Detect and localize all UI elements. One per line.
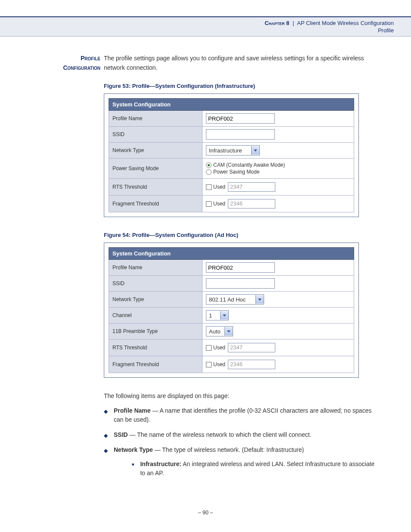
item-list: ◆ Profile Name — A name that identifies … bbox=[104, 406, 377, 478]
diamond-bullet-icon: ◆ bbox=[104, 432, 108, 439]
page-header: Chapter 8 | AP Client Mode Wireless Conf… bbox=[0, 16, 411, 37]
label-rts: RTS Threshold bbox=[109, 179, 202, 196]
network-type-select-2[interactable]: 802.11 Ad Hoc bbox=[206, 294, 264, 305]
page-number: – 90 – bbox=[0, 510, 411, 532]
items-intro: The following items are displayed on thi… bbox=[104, 392, 377, 399]
network-type-select[interactable]: Infrastructure bbox=[206, 145, 260, 156]
diamond-bullet-icon: ◆ bbox=[104, 408, 108, 415]
fragment-used-checkbox-2[interactable] bbox=[206, 362, 212, 367]
label-rts-2: RTS Threshold bbox=[109, 339, 202, 356]
profile-name-input[interactable] bbox=[206, 113, 275, 124]
list-item: ■ Infrastructure: An integrated wireless… bbox=[132, 460, 377, 478]
chevron-down-icon bbox=[220, 311, 228, 320]
label-network-type-2: Network Type bbox=[109, 292, 202, 308]
label-channel: Channel bbox=[109, 308, 202, 324]
chevron-down-icon bbox=[255, 295, 264, 304]
preamble-select[interactable]: Auto bbox=[206, 326, 233, 336]
section-side-heading: Profile Configuration bbox=[34, 54, 104, 72]
fragment-used-checkbox[interactable] bbox=[206, 201, 212, 207]
header-title: AP Client Mode Wireless Configuration bbox=[297, 20, 394, 26]
label-profile-name-2: Profile Name bbox=[109, 260, 202, 276]
list-item: ◆ Network Type — The type of wireless ne… bbox=[104, 445, 377, 478]
fragment-value-input-2[interactable]: 2346 bbox=[228, 360, 275, 369]
profile-name-input-2[interactable] bbox=[206, 262, 275, 273]
figure-54-panel: System Configuration Profile Name SSID N… bbox=[104, 243, 359, 378]
figure-54-title: System Configuration bbox=[109, 248, 354, 260]
figure-54-caption: Figure 54: Profile—System Configuration … bbox=[104, 232, 377, 238]
label-network-type: Network Type bbox=[109, 143, 202, 159]
rts-value-input[interactable]: 2347 bbox=[228, 182, 275, 192]
fragment-used-label-2: Used bbox=[213, 361, 225, 367]
diamond-bullet-icon: ◆ bbox=[104, 447, 108, 454]
separator: | bbox=[293, 20, 294, 26]
chapter-label: Chapter 8 bbox=[265, 20, 289, 26]
radio-dot-icon bbox=[206, 169, 212, 175]
rts-used-label-2: Used bbox=[213, 345, 225, 351]
fragment-value-input[interactable]: 2346 bbox=[228, 199, 275, 208]
rts-used-label: Used bbox=[213, 184, 225, 190]
label-preamble: 11B Preamble Type bbox=[109, 324, 202, 339]
figure-53-panel: System Configuration Profile Name SSID N… bbox=[104, 93, 359, 217]
rts-used-checkbox-2[interactable] bbox=[206, 345, 212, 351]
radio-dot-icon bbox=[206, 162, 212, 168]
chevron-down-icon bbox=[251, 146, 259, 155]
fragment-used-label: Used bbox=[213, 201, 225, 207]
section-intro-text: The profile settings page allows you to … bbox=[104, 54, 377, 72]
channel-select[interactable]: 1 bbox=[206, 310, 229, 320]
label-ssid-2: SSID bbox=[109, 276, 202, 292]
ssid-input-2[interactable] bbox=[206, 278, 275, 289]
label-power-saving: Power Saving Mode bbox=[109, 159, 202, 179]
figure-53-caption: Figure 53: Profile—System Configuration … bbox=[104, 83, 377, 89]
ssid-input[interactable] bbox=[206, 129, 275, 140]
radio-psm[interactable]: Power Saving Mode bbox=[206, 169, 350, 175]
header-subtitle: Profile bbox=[17, 27, 394, 34]
square-bullet-icon: ■ bbox=[132, 462, 134, 468]
list-item: ◆ Profile Name — A name that identifies … bbox=[104, 406, 377, 424]
rts-value-input-2[interactable]: 2347 bbox=[228, 343, 275, 352]
label-profile-name: Profile Name bbox=[109, 111, 202, 127]
label-ssid: SSID bbox=[109, 127, 202, 143]
list-item: ◆ SSID — The name of the wireless networ… bbox=[104, 430, 377, 439]
chevron-down-icon bbox=[224, 327, 233, 336]
label-fragment: Fragment Threshold bbox=[109, 196, 202, 212]
figure-53-title: System Configuration bbox=[109, 99, 354, 111]
label-fragment-2: Fragment Threshold bbox=[109, 356, 202, 373]
rts-used-checkbox[interactable] bbox=[206, 184, 212, 190]
radio-cam[interactable]: CAM (Constantly Awake Mode) bbox=[206, 162, 350, 168]
